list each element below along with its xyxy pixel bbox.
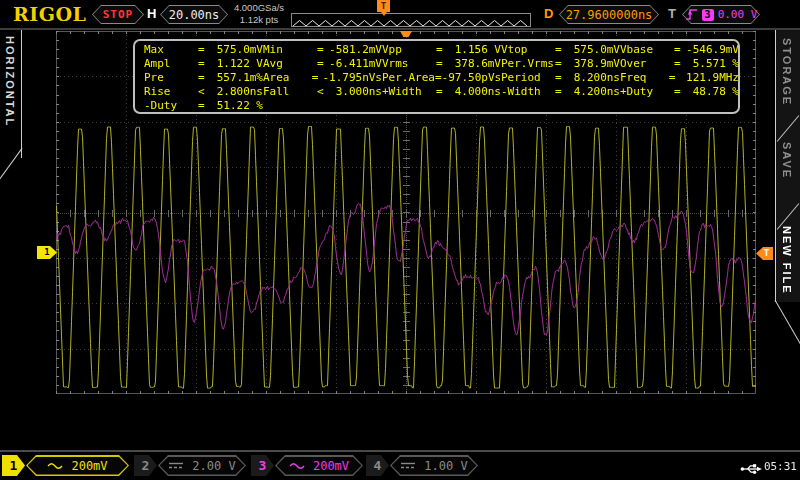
delay-value: 27.9600000ns: [566, 8, 653, 22]
timebase-value: 20.00ns: [169, 8, 220, 22]
measurement-operator: =: [555, 71, 567, 84]
measurement-value: -1.795nVs: [322, 71, 382, 84]
channel-4-block[interactable]: 41.00 V: [366, 455, 478, 476]
channel-1-number-tag: 1: [2, 455, 25, 476]
measurement-item: Vrms= 378.6mV: [382, 57, 501, 70]
trigger-level-value: 0.00 V: [718, 8, 758, 21]
dc-coupling-icon: [168, 461, 184, 470]
run-state-label: STOP: [103, 8, 134, 21]
measurement-label: Vpp: [382, 43, 436, 56]
measurement-item: Fall< 3.000ns: [263, 85, 382, 98]
measurement-operator: =: [436, 57, 448, 70]
channel-2-block[interactable]: 22.00 V: [134, 455, 246, 476]
dc-coupling-icon: [400, 461, 416, 470]
measurement-operator: =: [198, 57, 210, 70]
channel-1-block[interactable]: 1200mV: [2, 455, 129, 476]
measurement-value: 1.122 V: [210, 57, 263, 70]
channel-3-number-tag: 3: [251, 455, 274, 476]
rigol-logo: RIGOL: [13, 3, 86, 25]
measurement-value: 51.22 %: [210, 99, 263, 112]
measurement-item: Area=-1.795nVs: [263, 71, 382, 84]
measurement-value: 575.0mV: [210, 43, 263, 56]
measurement-value: -581.2mV: [329, 43, 382, 56]
trigger-level-marker[interactable]: T: [756, 247, 773, 260]
channel1-position-marker[interactable]: 1: [37, 246, 57, 259]
measurement-operator: =: [669, 71, 680, 84]
menu-item-new-file[interactable]: NEW FILE: [781, 226, 793, 318]
channel-2-scale-value: 2.00 V: [192, 459, 235, 473]
measurement-value: 378.9mV: [567, 57, 620, 70]
measurement-label: Fall: [263, 85, 317, 98]
channel-4-number-tag: 4: [366, 455, 389, 476]
measurement-row: Ampl= 1.122 VAvg=-6.411mVVrms= 378.6mVPe…: [144, 57, 738, 71]
measurement-item: Over= 5.571 %: [620, 57, 739, 70]
top-status-bar: RIGOL STOP H 20.00ns 4.000GSa/s 1.12k pt…: [0, 0, 800, 30]
left-tab-label: HORIZONTAL: [4, 36, 16, 127]
measurement-label: +Width: [382, 85, 436, 98]
measurement-label: Rise: [144, 85, 198, 98]
channel-2-number-tag: 2: [134, 455, 157, 476]
measurement-item: Freq= 121.9MHz: [620, 71, 739, 84]
measurement-panel: Max= 575.0mVMin=-581.2mVVpp= 1.156 VVtop…: [133, 39, 740, 114]
softkey-menu: STORAGESAVENEW FILE: [775, 30, 800, 302]
measurement-value: 3.000ns: [329, 85, 382, 98]
menu-item-save[interactable]: SAVE: [781, 142, 793, 214]
measurement-operator: =: [198, 43, 210, 56]
measurement-item: Vtop= 575.0mV: [501, 43, 620, 56]
rising-edge-icon: [685, 8, 698, 21]
trigger-readout: 3 0.00 V: [682, 5, 760, 24]
measurement-value: 378.6mV: [448, 57, 501, 70]
measurement-label: Pre: [144, 71, 198, 84]
measurement-label: -Duty: [144, 99, 198, 112]
measurement-item: Rise< 2.800ns: [144, 85, 263, 98]
measurement-row: -Duty= 51.22 %: [144, 98, 738, 112]
measurement-operator: =: [198, 99, 210, 112]
measurement-operator: <: [198, 85, 210, 98]
measurement-item: Pre= 557.1m%: [144, 71, 263, 84]
measurement-label: Vtop: [501, 43, 555, 56]
measurement-value: 575.0mV: [567, 43, 620, 56]
measurement-value: 4.200ns: [567, 85, 620, 98]
memory-trigger-marker[interactable]: T: [377, 0, 390, 12]
measurement-operator: =: [436, 85, 448, 98]
measurement-label: Per.Area: [382, 71, 435, 84]
measurement-item: Min=-581.2mV: [263, 43, 382, 56]
measurement-row: Rise< 2.800nsFall< 3.000ns+Width= 4.000n…: [144, 84, 738, 98]
memory-waveform-zigzag: [292, 18, 528, 28]
channel-3-scale-value: 200mV: [313, 459, 349, 473]
measurement-label: Per.Vrms: [501, 57, 555, 70]
measurement-label: Area: [263, 71, 312, 84]
channel-4-scale-readout: 1.00 V: [390, 455, 478, 476]
measurement-operator: =: [674, 85, 686, 98]
measurement-operator: =: [674, 57, 686, 70]
measurement-operator: =: [317, 57, 329, 70]
menu-item-storage[interactable]: STORAGE: [781, 38, 793, 130]
measurement-value: 5.571 %: [686, 57, 739, 70]
measurement-item: Per.Vrms= 378.9mV: [501, 57, 620, 70]
memory-position-bar: [291, 13, 531, 27]
left-tab-diagonal: [0, 148, 23, 179]
channel-3-block[interactable]: 3200mV: [251, 455, 363, 476]
clock: 05:31: [764, 460, 797, 473]
acquisition-info: 4.000GSa/s 1.12k pts: [228, 2, 290, 26]
usb-icon: [740, 461, 762, 479]
measurement-value: 557.1m%: [210, 71, 263, 84]
measurement-value: -546.9mV: [686, 43, 739, 56]
measurement-operator: =: [555, 85, 567, 98]
measurement-value: 1.156 V: [448, 43, 501, 56]
measurement-label: Min: [263, 43, 317, 56]
channel-4-scale-value: 1.00 V: [424, 459, 467, 473]
measurement-item: Per.Area=-97.50pVs: [382, 71, 501, 84]
measurement-item: Period= 8.200ns: [501, 71, 620, 84]
measurement-row: Max= 575.0mVMin=-581.2mVVpp= 1.156 VVtop…: [144, 43, 738, 57]
measurement-label: Vbase: [620, 43, 674, 56]
measurement-operator: =: [555, 57, 567, 70]
run-state-indicator: STOP: [92, 5, 144, 24]
measurement-rows: Max= 575.0mVMin=-581.2mVVpp= 1.156 VVtop…: [144, 43, 738, 112]
delay-label: D: [544, 6, 553, 21]
measurement-item: Vbase=-546.9mV: [620, 43, 739, 56]
measurement-label: Vrms: [382, 57, 436, 70]
measurement-operator: =: [555, 43, 567, 56]
measurement-item: Avg=-6.411mV: [263, 57, 382, 70]
measurement-label: Freq: [620, 71, 669, 84]
